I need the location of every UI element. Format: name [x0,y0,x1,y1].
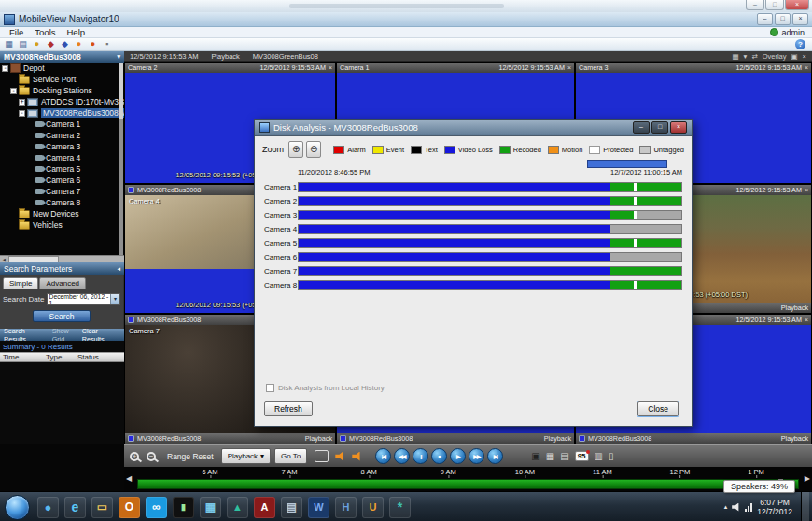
show-desktop-button[interactable] [801,492,809,521]
dialog-close-action-button[interactable]: Close [637,401,679,416]
layout-grid-icon[interactable]: ▦ [733,52,739,61]
tray-network-icon[interactable] [745,503,752,512]
column-type[interactable]: Type [46,353,77,361]
timeline-zoom-out-icon[interactable]: − [147,452,156,461]
expander-icon[interactable]: + [19,99,25,106]
help-icon[interactable]: ? [795,39,805,49]
tree-item[interactable]: +ATDDCS ID:170t-Mv3Goddy [0,96,124,107]
analysis-bar[interactable] [298,280,682,290]
search-button[interactable]: Search [33,310,91,322]
taskbar-icon-help-app[interactable]: H [335,497,357,518]
taskbar-icon-file-explorer[interactable]: ▭ [91,497,113,518]
tree-item[interactable]: Camera 8 [0,197,124,208]
dialog-minimize-button[interactable]: – [633,121,650,134]
minimize-button[interactable]: – [757,13,773,25]
zoom-in-button[interactable]: ⊕ [288,141,303,158]
dialog-titlebar[interactable]: Disk Analysis - MV3008RedBus3008 – □ × [255,120,692,136]
tree-item[interactable]: Vehicles [0,219,124,231]
timeline-left-arrow[interactable]: ◀ [126,474,132,483]
tag-icon[interactable]: ◆ [45,39,57,49]
tree-item[interactable]: Camera 2 [0,130,124,141]
tree-item[interactable]: Camera 7 [0,186,124,197]
overlay-toggle[interactable]: Overlay [763,52,787,61]
key-icon[interactable]: ● [31,39,43,49]
chevron-down-icon[interactable]: ▾ [117,53,120,61]
taskbar-icon-acrobat[interactable]: A [254,497,275,518]
stop-button[interactable]: ■ [431,448,447,464]
play-button[interactable]: ▶ [450,448,466,464]
tray-chevron-icon[interactable]: ▴ [724,503,728,511]
layout-caret-icon[interactable]: ▾ [744,52,748,61]
maximize-button[interactable]: □ [775,13,791,25]
speaker-muted-icon[interactable] [352,452,362,461]
tray-speaker-icon[interactable] [732,503,740,512]
menu-help[interactable]: Help [62,27,91,37]
range-reset-button[interactable]: Range Reset [167,452,214,461]
host-close-button[interactable]: × [785,0,809,10]
speaker-icon[interactable] [335,452,345,461]
tree-item[interactable]: Camera 5 [0,163,124,175]
video-close-icon[interactable]: × [803,52,806,61]
fullscreen-icon[interactable]: ▣ [791,52,798,61]
tree-item[interactable]: -Docking Stations [0,85,124,96]
frame-count-badge[interactable]: 95 [575,451,589,461]
record-icon[interactable]: ● [87,39,99,49]
zoom-range-indicator[interactable] [587,160,667,168]
tree-item[interactable]: -MV3008RedBus3008 MV3008C [0,107,124,119]
pane-close-icon[interactable]: × [805,64,808,71]
taskbar-icon-skype[interactable]: ∞ [146,497,167,518]
taskbar-icon-app-sphere[interactable]: ● [37,497,59,518]
pause-button[interactable]: || [413,448,428,464]
search-parameters-header[interactable]: Search Parameters ◂ [0,262,124,275]
tab-advanced[interactable]: Advanced [39,277,86,289]
close-button[interactable]: × [792,13,808,25]
misc-icon[interactable]: ▪ [101,39,113,49]
host-maximize-button[interactable]: □ [765,0,784,10]
tree-item[interactable]: Camera 4 [0,152,124,163]
analysis-bar[interactable] [298,224,682,234]
taskbar-icon-command-prompt[interactable]: ▮ [173,497,194,518]
taskbar-icon-word[interactable]: W [308,497,329,518]
tab-simple[interactable]: Simple [3,277,38,289]
timeline-right-arrow[interactable]: ▶ [805,474,810,483]
analysis-bar[interactable] [298,252,682,262]
export-icon[interactable]: ▦ [546,451,554,461]
taskbar-icon-chart-app[interactable]: ▲ [227,497,248,518]
pane-close-icon[interactable]: × [805,187,808,193]
analysis-bar[interactable] [298,266,682,276]
save-icon[interactable]: ▤ [560,451,568,461]
taskbar-icon-utility-app[interactable]: * [389,497,411,518]
dialog-close-button[interactable]: × [670,121,687,134]
timeline-recorded-bar[interactable] [137,479,799,489]
menu-tools[interactable]: Tools [29,27,61,37]
pane-close-icon[interactable]: × [329,64,332,71]
frame-icon[interactable] [315,450,329,462]
tray-clock[interactable]: 6:07 PM 12/7/2012 [757,498,792,516]
timeline-zoom-in-icon[interactable]: + [130,452,139,461]
column-status[interactable]: Status [77,353,99,361]
expander-icon[interactable]: - [19,110,25,117]
alert-icon[interactable]: ● [73,39,85,49]
taskbar-icon-office[interactable]: O [119,497,140,518]
search-date-select[interactable]: December 06, 2012 - 1 ▾ [47,293,120,305]
print-icon[interactable]: ▥ [595,451,603,461]
expander-icon[interactable]: - [10,88,17,94]
analysis-bar[interactable] [298,182,682,192]
next-frame-button[interactable]: ▶| [487,448,503,464]
tree-item[interactable]: Camera 1 [0,119,124,130]
snapshot-icon[interactable]: ▣ [531,451,539,461]
menu-file[interactable]: File [4,27,29,37]
prev-frame-button[interactable]: |◀ [375,448,391,464]
go-to-button[interactable]: Go To [274,448,307,464]
column-time[interactable]: Time [0,353,46,361]
link-icon[interactable]: ◆ [59,39,71,49]
dialog-maximize-button[interactable]: □ [651,121,668,134]
local-history-checkbox[interactable] [266,384,274,392]
analysis-bar[interactable] [298,196,682,206]
tree-item[interactable]: -Depot [0,63,124,74]
sidebar-header[interactable]: MV3008RedBus3008 ▾ [0,51,124,63]
expander-icon[interactable]: - [2,65,8,72]
list-icon[interactable]: ▤ [17,39,29,49]
refresh-button[interactable]: Refresh [264,401,313,416]
tree-item[interactable]: Service Port [0,74,124,85]
